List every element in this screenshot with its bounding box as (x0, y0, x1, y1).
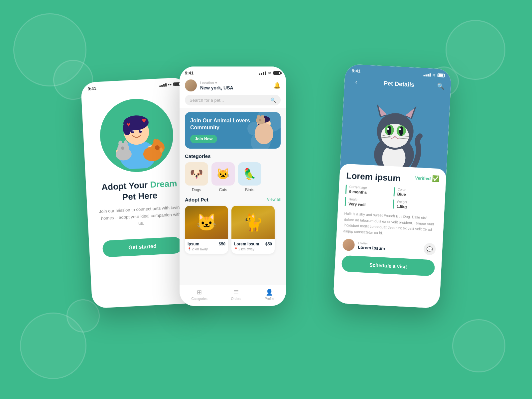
cats-image: 🐱 (211, 162, 235, 186)
signal-icon (159, 83, 167, 87)
categories-row: 🐶 Dogs 🐱 Cats 🦜 Birds (185, 162, 281, 192)
location-pin-icon-2: 📍 (234, 247, 238, 251)
search-icon: 🔍 (270, 97, 276, 103)
pet-distance-2: 2 km away (238, 247, 254, 251)
verified-label: Verified (415, 175, 431, 181)
user-avatar (185, 79, 197, 91)
pet-price-1: $50 (219, 242, 225, 246)
category-cats[interactable]: 🐱 Cats (211, 162, 235, 192)
search-placeholder: Search for a pet... (190, 98, 268, 103)
pet-card-image-2 (231, 206, 275, 239)
owner-info: Owner Lorem ipsum (358, 241, 385, 251)
pet-name-1: Ipsum (188, 242, 199, 246)
battery-icon-3 (437, 73, 445, 77)
schedule-visit-button[interactable]: Schedule a visit (341, 255, 435, 277)
nav-orders[interactable]: ☰ Orders (231, 289, 241, 301)
verified-checkmark-icon: ✅ (432, 175, 440, 183)
pet-price-2: $50 (265, 242, 272, 246)
nav-profile[interactable]: 👤 Profile (265, 289, 274, 301)
battery-icon-2 (273, 71, 281, 75)
signal-bar-3 (163, 84, 165, 86)
pet-description: Hulk is a shy and sweet French Bull Dog.… (343, 211, 437, 239)
pet-name: Lorem ipsum (346, 171, 401, 184)
location-name: New york, USA (200, 85, 233, 90)
svg-text:♥: ♥ (127, 121, 131, 128)
profile-nav-label: Profile (265, 297, 274, 301)
pet-age-1: 📍 2 km away (188, 247, 225, 251)
pet-name-2: Lorem Ipsum (234, 242, 259, 246)
welcome-subtitle: Join our mission to connect pets with lo… (97, 204, 185, 229)
location-pin-icon-1: 📍 (188, 247, 191, 251)
pet-card-info-1: Ipsum $50 📍 2 km away (185, 239, 228, 254)
pet-age-2: 📍 2 km away (234, 247, 272, 251)
signal-bar-4 (165, 83, 167, 86)
location-left: Location ▾ New york, USA (185, 79, 233, 91)
phone-browse: 9:41 ≋ Location (180, 66, 286, 306)
pet-name-price-row-1: Ipsum $50 (188, 242, 225, 246)
chat-button[interactable]: 💬 (423, 243, 436, 256)
welcome-illustration: ♥ ♥ (98, 97, 175, 174)
browse-scroll: Join Our Animal Lovers Community Join No… (180, 108, 286, 285)
notification-bell-icon[interactable]: 🔔 (273, 82, 281, 89)
category-dogs[interactable]: 🐶 Dogs (185, 162, 208, 192)
status-icons-1: ▾▾ (159, 82, 181, 87)
phone-detail: 9:41 ≋ (333, 64, 452, 309)
detail-time: 9:41 (352, 68, 361, 73)
owner-name: Lorem ipsum (358, 245, 385, 251)
welcome-title: Adopt Your Dream Pet Here (96, 178, 183, 204)
nav-categories[interactable]: ⊞ Categories (191, 289, 207, 301)
dogs-image: 🐶 (185, 162, 208, 186)
search-button[interactable]: 🔍 (437, 82, 444, 90)
welcome-text-block: Adopt Your Dream Pet Here Join our missi… (85, 169, 195, 230)
profile-nav-icon: 👤 (266, 289, 273, 296)
get-started-button[interactable]: Get started (102, 237, 183, 257)
cat-illustration (360, 91, 430, 175)
status-bar-1: 9:41 ▾▾ (80, 77, 187, 92)
join-now-button[interactable]: Join Now (190, 135, 217, 143)
wifi-icon-2: ≋ (268, 70, 272, 75)
verified-badge: Verified ✅ (415, 174, 440, 183)
detail-screen-title: Pet Details (361, 78, 437, 89)
welcome-title-highlight: Dream (150, 178, 177, 190)
pet-card-1[interactable]: Ipsum $50 📍 2 km away (185, 206, 228, 254)
stat-color: Color Blue (393, 187, 439, 199)
location-info: Location ▾ New york, USA (200, 81, 233, 90)
categories-nav-icon: ⊞ (197, 289, 202, 296)
owner-avatar (342, 239, 355, 251)
location-label: Location ▾ (200, 81, 233, 85)
orders-nav-label: Orders (231, 297, 241, 301)
browse-header: Location ▾ New york, USA 🔔 Search for a … (180, 75, 286, 108)
pet-distance-1: 2 km away (192, 247, 208, 251)
categories-nav-label: Categories (191, 297, 207, 301)
pet-name-row: Lorem ipsum Verified ✅ (346, 171, 440, 186)
search-bar[interactable]: Search for a pet... 🔍 (185, 95, 281, 105)
bottom-navigation: ⊞ Categories ☰ Orders 👤 Profile (180, 285, 286, 306)
stat-weight: Weight 1.5kg (393, 200, 438, 211)
welcome-title-part2: Pet Here (122, 190, 158, 202)
status-icons-2: ≋ (259, 70, 281, 75)
birds-label: Birds (245, 188, 254, 192)
signal-icon-3 (423, 73, 431, 76)
pets-row: Ipsum $50 📍 2 km away (185, 206, 281, 254)
signal-icon-2 (259, 71, 266, 75)
phones-container: 9:41 ▾▾ (66, 40, 466, 359)
pet-stats-grid: Current age 9 months Color Blue Health V… (345, 185, 439, 211)
back-button[interactable]: ‹ (351, 76, 362, 87)
cat-svg (363, 98, 427, 175)
welcome-title-part1: Adopt Your (101, 180, 151, 192)
banner-title: Join Our Animal Lovers Community (190, 117, 275, 131)
banner-text: Join Our Animal Lovers Community Join No… (190, 117, 275, 143)
view-all-link[interactable]: View all (267, 197, 281, 202)
stat-age: Current age 9 months (345, 185, 391, 196)
chevron-down-icon: ▾ (215, 81, 217, 85)
welcome-svg: ♥ ♥ (102, 100, 172, 170)
wifi-icon-3: ≋ (432, 72, 436, 77)
birds-image: 🦜 (238, 162, 261, 186)
category-birds[interactable]: 🦜 Birds (238, 162, 261, 192)
svg-text:♥: ♥ (142, 116, 146, 125)
status-time-2: 9:41 (185, 70, 194, 75)
signal-bar-2 (161, 84, 163, 86)
pet-card-2[interactable]: Lorem Ipsum $50 📍 2 km away (231, 206, 275, 254)
pet-detail-body: Lorem ipsum Verified ✅ Current age 9 mon… (333, 164, 447, 309)
status-time-1: 9:41 (87, 86, 96, 91)
